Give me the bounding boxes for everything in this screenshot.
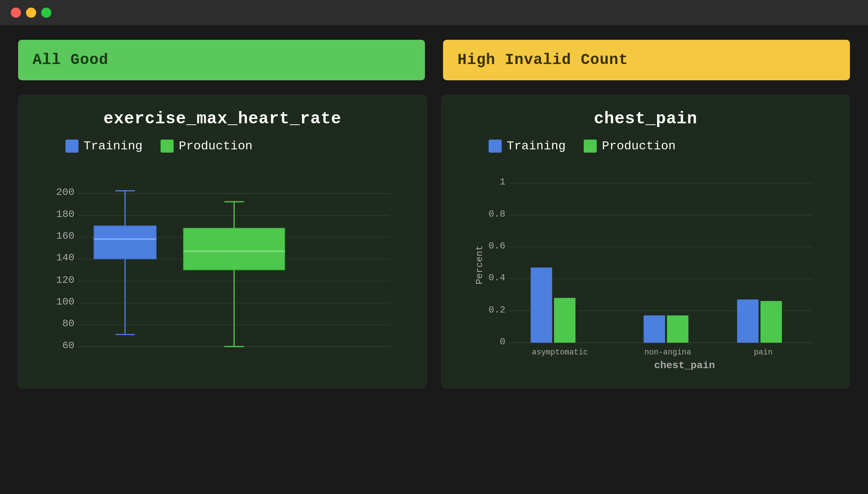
bar-nonangina-production [667, 315, 688, 342]
legend-production-box-label: Production [179, 139, 252, 153]
svg-text:60: 60 [62, 340, 75, 351]
status-badge-warning: High Invalid Count [443, 40, 850, 80]
barchart-title: chest_pain [460, 110, 831, 128]
status-row: All Good High Invalid Count [18, 40, 850, 80]
boxplot-svg: 60 80 100 120 140 160 180 200 [37, 167, 408, 370]
status-good-label: All Good [33, 51, 109, 69]
legend-blue-box [65, 140, 78, 153]
minimize-button[interactable] [26, 8, 36, 18]
svg-text:pain: pain [754, 348, 773, 357]
svg-text:0.4: 0.4 [489, 272, 506, 283]
legend-training-box-label: Training [84, 139, 142, 153]
svg-text:140: 140 [56, 252, 74, 263]
svg-text:200: 200 [56, 187, 74, 198]
legend-training-bar: Training [489, 139, 566, 153]
boxplot-legend: Training Production [37, 139, 408, 153]
legend-production-bar-label: Production [602, 139, 676, 153]
legend-production-box: Production [161, 139, 252, 153]
svg-text:non-angina: non-angina [644, 348, 691, 357]
legend-green-bar [584, 140, 597, 153]
status-warning-label: High Invalid Count [458, 51, 628, 69]
legend-training-box: Training [65, 139, 142, 153]
legend-production-bar: Production [584, 139, 676, 153]
barchart-chart: Percent chest_pain 0 0.2 [460, 167, 831, 370]
boxplot-panel: exercise_max_heart_rate Training Product… [18, 95, 427, 388]
svg-text:asymptomatic: asymptomatic [532, 348, 588, 357]
legend-green-box [161, 140, 174, 153]
bar-asymptomatic-production [554, 298, 575, 343]
svg-text:Percent: Percent [474, 245, 485, 285]
svg-text:1: 1 [500, 176, 506, 187]
svg-text:120: 120 [56, 274, 74, 286]
titlebar [0, 0, 868, 25]
close-button[interactable] [11, 8, 21, 18]
svg-text:180: 180 [56, 209, 74, 220]
barchart-svg: Percent chest_pain 0 0.2 [460, 167, 831, 370]
maximize-button[interactable] [41, 8, 51, 18]
bar-nonangina-training [644, 315, 665, 342]
main-content: All Good High Invalid Count exercise_max… [0, 25, 868, 403]
svg-rect-20 [94, 226, 156, 259]
svg-text:0: 0 [500, 336, 506, 347]
bar-pain-production [761, 301, 782, 342]
svg-text:0.6: 0.6 [489, 240, 506, 251]
svg-text:0.8: 0.8 [489, 209, 506, 220]
svg-text:100: 100 [56, 296, 74, 307]
bar-asymptomatic-training [531, 268, 552, 343]
svg-text:0.2: 0.2 [489, 305, 506, 315]
svg-rect-26 [183, 228, 285, 270]
boxplot-title: exercise_max_heart_rate [37, 110, 408, 128]
status-badge-good: All Good [18, 40, 425, 80]
boxplot-chart: 60 80 100 120 140 160 180 200 [37, 167, 408, 370]
legend-blue-bar [489, 140, 502, 153]
barchart-panel: chest_pain Training Production Percent c… [441, 95, 850, 388]
svg-text:160: 160 [56, 230, 74, 242]
svg-text:chest_pain: chest_pain [654, 360, 715, 370]
charts-row: exercise_max_heart_rate Training Product… [18, 95, 850, 388]
barchart-legend: Training Production [460, 139, 831, 153]
bar-pain-training [737, 299, 758, 343]
legend-training-bar-label: Training [507, 139, 566, 153]
svg-text:80: 80 [62, 318, 75, 329]
